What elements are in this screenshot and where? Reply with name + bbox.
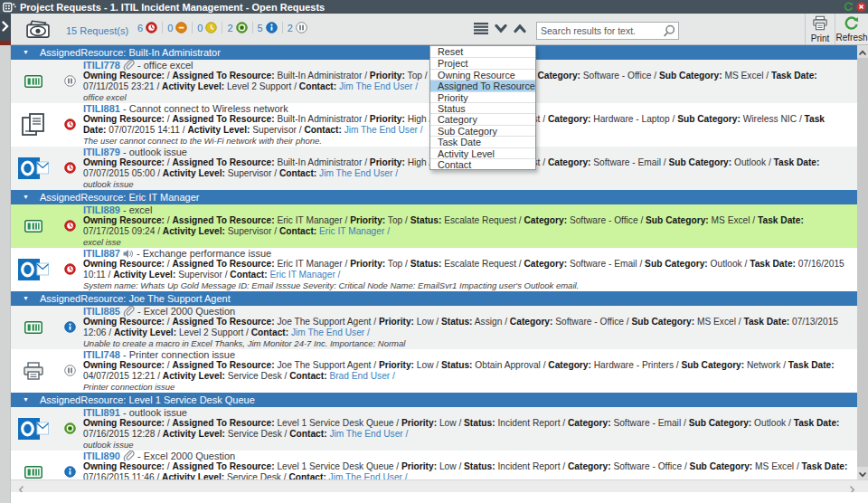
meta-link[interactable]: Jim The End User / — [342, 125, 423, 135]
menu-item-status[interactable]: Status — [430, 102, 535, 113]
meta-label: Sub Category: — [690, 461, 753, 471]
request-id-link[interactable]: ITILI891 — [83, 407, 120, 418]
meta-label: Sub Category: — [677, 114, 741, 124]
meta-label: Assigned To Resource: — [173, 317, 275, 327]
menu-item-assigned-to-resource[interactable]: Assigned To Resource — [430, 80, 535, 90]
meta-link[interactable]: Brad End User / — [327, 371, 395, 381]
meta-label: Priority: — [401, 418, 437, 428]
status-info-blue-icon — [56, 306, 83, 349]
group-header[interactable]: ▼AssignedResource: Eric IT Manager — [11, 190, 857, 204]
meta-text: Service Desk / — [225, 429, 289, 439]
scroll-up-button[interactable] — [857, 45, 868, 58]
menu-item-sub-category[interactable]: Sub Category — [430, 125, 535, 136]
request-id-link[interactable]: ITILI885 — [83, 306, 120, 317]
group-by-menu-button[interactable] — [474, 23, 488, 34]
menu-item-activity-level[interactable]: Activity Level — [430, 147, 535, 158]
meta-label: Owning Resource: — [83, 418, 165, 428]
request-id-link[interactable]: ITILI748 — [83, 349, 120, 360]
vertical-scrollbar[interactable] — [857, 45, 868, 479]
status-ok-green-icon — [56, 407, 83, 451]
status-counter-info-blue[interactable]: 5 — [258, 22, 278, 33]
meta-link[interactable]: Jim The End User / — [327, 429, 409, 439]
meta-link[interactable]: Jim The End User / — [316, 168, 398, 178]
title-separator: - — [123, 204, 129, 215]
request-id-link[interactable]: ITILI778 — [83, 60, 120, 71]
titlebar-close-icon[interactable] — [856, 2, 866, 12]
collapse-triangle-icon[interactable]: ▼ — [23, 291, 29, 306]
group-header[interactable]: ▼AssignedResource: Level 1 Service Desk … — [11, 393, 857, 407]
menu-item-reset[interactable]: Reset — [430, 46, 535, 57]
meta-text: Service Desk / — [225, 371, 289, 381]
request-row[interactable]: ITILI885- Excel 2000 QuestionOwning Reso… — [11, 306, 857, 349]
request-id-link[interactable]: ITILI879 — [83, 147, 120, 157]
meta-link[interactable]: Eric IT Manager / — [316, 226, 390, 236]
preview-eye-button[interactable] — [25, 19, 51, 43]
request-id-link[interactable]: ITILI881 — [83, 103, 120, 114]
scroll-down-button[interactable] — [857, 467, 868, 479]
meta-label: Category: — [537, 71, 580, 81]
meta-link[interactable]: Jim The End User / — [326, 472, 408, 479]
status-counter-pause-gray[interactable]: 2 — [288, 22, 307, 33]
request-title: Printer connection issue — [129, 349, 235, 360]
meta-text: Low / — [437, 461, 464, 471]
sort-descending-button[interactable] — [495, 24, 507, 33]
request-row[interactable]: ITILI890- Excel 2000 QuestionOwning Reso… — [11, 451, 857, 479]
meta-link[interactable]: Jim The End User / — [336, 81, 418, 91]
meta-link[interactable]: Jim The End User / — [288, 327, 370, 337]
window-title: Project Requests - 1. ITIL Incident Mana… — [20, 2, 325, 13]
menu-item-project[interactable]: Project — [430, 57, 535, 68]
request-row[interactable]: ITILI891- outlook issueOwning Resource: … — [11, 407, 857, 451]
status-counter-overdue-red[interactable]: 6 — [137, 22, 157, 33]
request-note: Unable to create a macro in Excel Thanks… — [83, 338, 850, 349]
meta-text: 07/16/2015 11:46 / — [83, 472, 162, 479]
meta-text: Top / — [385, 259, 410, 269]
sort-ascending-button[interactable] — [514, 24, 526, 33]
printer-icon — [812, 15, 828, 33]
collapse-triangle-icon[interactable]: ▼ — [23, 393, 29, 407]
status-counter-attention-orange[interactable]: 0 — [167, 22, 187, 33]
attention-orange-icon — [175, 22, 187, 33]
search-input[interactable] — [537, 25, 663, 36]
meta-label: Contact: — [289, 429, 326, 439]
search-box — [536, 22, 679, 40]
meta-label: Task Date: — [750, 259, 796, 269]
meta-text: Outlook / — [751, 418, 793, 428]
request-row[interactable]: ITILI889- excelOwning Resource: / Assign… — [11, 204, 857, 248]
refresh-button[interactable]: Refresh — [835, 14, 868, 44]
request-row[interactable]: ITILI748- Printer connection issueOwning… — [11, 349, 857, 393]
collapse-triangle-icon[interactable]: ▼ — [23, 45, 29, 60]
meta-label: Category: — [548, 360, 591, 370]
counter-value: 5 — [258, 23, 263, 33]
meta-label: Category: — [568, 418, 611, 428]
counter-value: 0 — [197, 23, 203, 33]
group-header[interactable]: ▼AssignedResource: Joe The Support Agent — [11, 291, 857, 306]
menu-item-category[interactable]: Category — [430, 113, 535, 124]
meta-label: Task Date: — [758, 215, 804, 225]
counter-divider — [192, 22, 193, 33]
menu-item-owning-resource[interactable]: Owning Resource — [430, 69, 535, 80]
status-counter-due-yellow[interactable]: 0 — [197, 22, 217, 33]
search-icon[interactable] — [663, 24, 678, 37]
menu-item-task-date[interactable]: Task Date — [430, 136, 535, 147]
collapse-triangle-icon[interactable]: ▼ — [23, 190, 29, 204]
meta-link[interactable]: Eric IT Manager / — [268, 270, 341, 280]
meta-text: Level 1 Service Desk Queue / — [275, 418, 401, 428]
meta-label: Activity Level: — [163, 226, 225, 236]
title-separator: - — [137, 248, 143, 259]
vertical-scroll-track[interactable] — [857, 58, 868, 467]
menu-item-contact[interactable]: Contact — [430, 158, 535, 169]
request-row[interactable]: ITILI887- Exchange performance issueOwni… — [11, 248, 857, 291]
expand-panel-button[interactable] — [0, 14, 11, 41]
status-counter-ok-green[interactable]: 2 — [227, 22, 247, 33]
meta-label: Contact: — [288, 472, 326, 479]
meta-text: Incident Report / — [495, 418, 568, 428]
print-button[interactable]: Print — [805, 14, 835, 44]
request-details: ITILI748- Printer connection issueOwning… — [83, 349, 857, 393]
request-id-link[interactable]: ITILI887 — [83, 248, 120, 259]
request-id-link[interactable]: ITILI889 — [83, 204, 120, 215]
menu-item-priority[interactable]: Priority — [430, 91, 535, 102]
titlebar-refresh-icon[interactable] — [844, 2, 854, 12]
horizontal-scrollbar[interactable] — [11, 479, 868, 492]
meta-label: Activity Level: — [114, 327, 176, 337]
request-id-link[interactable]: ITILI890 — [83, 451, 120, 461]
